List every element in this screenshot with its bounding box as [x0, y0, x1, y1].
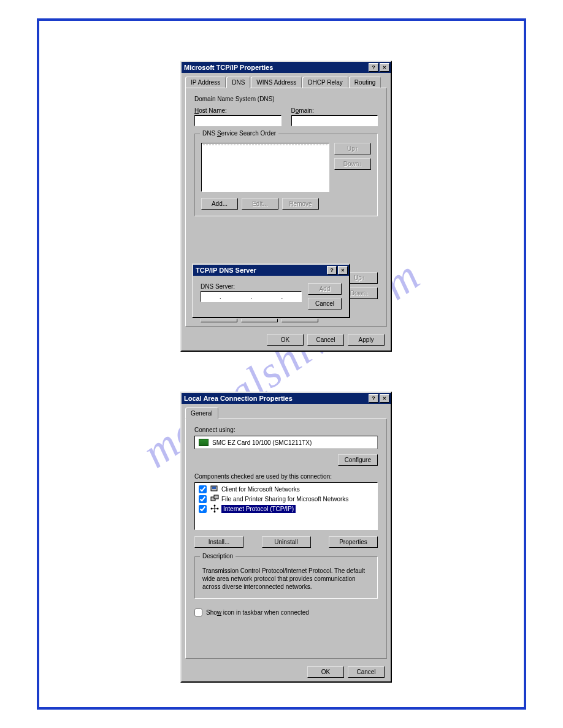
svg-point-6: [211, 508, 213, 510]
svg-rect-3: [214, 495, 218, 499]
dialog-title: Local Area Connection Properties: [184, 395, 367, 402]
dialog-title: Microsoft TCP/IP Properties: [184, 64, 367, 71]
tcpip-dns-server-dialog: TCP/IP DNS Server ? × DNS Server: ... Ad…: [192, 264, 350, 318]
configure-button[interactable]: Configure: [338, 454, 378, 466]
component-label: Client for Microsoft Networks: [221, 486, 300, 493]
host-name-input[interactable]: [194, 115, 282, 126]
tab-dns[interactable]: DNS: [226, 77, 250, 88]
dialog-bottom-bar: OK Cancel Apply: [182, 330, 391, 351]
apply-button[interactable]: Apply: [348, 334, 385, 346]
hidden-button-3: [282, 319, 318, 322]
uninstall-button[interactable]: Uninstall: [262, 536, 311, 548]
component-checkbox[interactable]: [199, 495, 207, 503]
list-item[interactable]: Internet Protocol (TCP/IP): [196, 504, 376, 514]
dns-server-input[interactable]: ...: [201, 291, 302, 302]
tab-dhcp-relay[interactable]: DHCP Relay: [302, 77, 348, 88]
help-icon[interactable]: ?: [369, 63, 378, 72]
ok-button[interactable]: OK: [307, 666, 344, 678]
tab-routing[interactable]: Routing: [349, 77, 381, 88]
dns-server-label: DNS Server:: [201, 283, 302, 290]
close-icon[interactable]: ×: [380, 394, 389, 403]
edit-button[interactable]: Edit...: [242, 198, 278, 210]
description-text: Transmission Control Protocol/Internet P…: [201, 566, 371, 592]
show-icon-checkbox[interactable]: [194, 609, 202, 616]
help-icon[interactable]: ?: [369, 394, 378, 403]
components-label: Components checked are used by this conn…: [194, 473, 378, 480]
component-checkbox[interactable]: [199, 485, 207, 493]
svg-point-9: [214, 511, 216, 513]
cancel-button[interactable]: Cancel: [348, 666, 385, 678]
up-button[interactable]: Up↑: [334, 143, 371, 154]
titlebar: Microsoft TCP/IP Properties ? ×: [182, 62, 391, 73]
dns-search-order-group: DNS Service Search Order Up↑ Down↓ Add..…: [194, 134, 378, 216]
description-legend: Description: [200, 553, 236, 559]
sub-titlebar: TCP/IP DNS Server ? ×: [193, 265, 349, 276]
domain-input[interactable]: [291, 115, 378, 126]
page-frame: manualshive.com Microsoft TCP/IP Propert…: [37, 18, 526, 710]
svg-rect-1: [212, 487, 216, 489]
titlebar: Local Area Connection Properties ? ×: [182, 393, 391, 404]
adapter-display: SMC EZ Card 10/100 (SMC1211TX): [194, 436, 378, 449]
tab-general[interactable]: General: [185, 408, 218, 419]
components-list[interactable]: Client for Microsoft Networks File and P…: [194, 482, 378, 530]
remove-button[interactable]: Remove: [282, 198, 319, 210]
list-item[interactable]: File and Printer Sharing for Microsoft N…: [196, 494, 376, 504]
ok-button[interactable]: OK: [267, 334, 304, 346]
component-label: File and Printer Sharing for Microsoft N…: [221, 496, 348, 502]
down-button[interactable]: Down↓: [334, 158, 371, 170]
close-icon[interactable]: ×: [380, 63, 389, 72]
dns-panel: Domain Name System (DNS) Host Name: Doma…: [185, 88, 387, 327]
component-checkbox[interactable]: [199, 505, 207, 513]
tab-ip-address[interactable]: IP Address: [185, 77, 226, 88]
network-card-icon: [199, 439, 209, 446]
dns-list[interactable]: [201, 143, 329, 192]
tab-wins-address[interactable]: WINS Address: [251, 77, 302, 88]
close-icon[interactable]: ×: [338, 266, 348, 275]
tab-strip: IP Address DNS WINS Address DHCP Relay R…: [185, 77, 387, 88]
svg-point-8: [214, 505, 216, 507]
tcpip-properties-dialog: Microsoft TCP/IP Properties ? × IP Addre…: [180, 61, 392, 352]
lan-properties-dialog: Local Area Connection Properties ? × Gen…: [180, 392, 392, 683]
host-domain-row: Host Name: Domain:: [194, 107, 378, 126]
svg-point-7: [217, 508, 219, 510]
host-name-label: Host Name:: [194, 107, 282, 114]
tab-strip: General: [185, 408, 387, 419]
dns-search-order-legend: DNS Service Search Order: [200, 130, 278, 137]
sub-add-button[interactable]: Add: [308, 283, 342, 295]
component-label: Internet Protocol (TCP/IP): [221, 505, 296, 513]
sub-dialog-title: TCP/IP DNS Server: [196, 267, 326, 274]
share-icon: [210, 495, 219, 503]
add-button[interactable]: Add...: [201, 198, 238, 210]
dns-heading: Domain Name System (DNS): [194, 96, 378, 102]
cancel-button[interactable]: Cancel: [307, 334, 344, 346]
domain-label: Domain:: [291, 107, 378, 114]
protocol-icon: [210, 504, 219, 513]
description-group: Description Transmission Control Protoco…: [194, 556, 378, 599]
properties-button[interactable]: Properties: [329, 536, 378, 548]
client-icon: [210, 485, 219, 493]
list-item[interactable]: Client for Microsoft Networks: [196, 484, 376, 494]
dialog-bottom-bar: OK Cancel: [182, 662, 391, 683]
hidden-button-2: [241, 319, 278, 322]
hidden-button-1: [201, 319, 237, 322]
show-icon-label: Show icon in taskbar when connected: [206, 609, 309, 616]
adapter-name: SMC EZ Card 10/100 (SMC1211TX): [212, 439, 312, 446]
general-panel: Connect using: SMC EZ Card 10/100 (SMC12…: [185, 419, 387, 659]
sub-cancel-button[interactable]: Cancel: [308, 298, 342, 309]
connect-using-label: Connect using:: [194, 427, 378, 433]
help-icon[interactable]: ?: [327, 266, 337, 275]
install-button[interactable]: Install...: [194, 536, 243, 548]
